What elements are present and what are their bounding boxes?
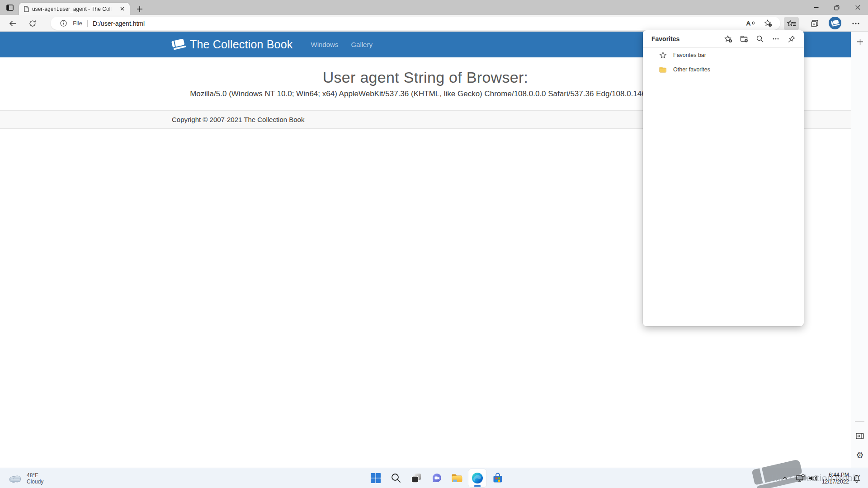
cloud-icon [8, 474, 23, 483]
taskbar-apps [367, 469, 507, 487]
bell-z-icon: z [852, 474, 861, 483]
open-panel-icon [856, 432, 864, 440]
browser-tab[interactable]: user-agent.user_agent - The Coll [19, 3, 130, 15]
folder-icon [659, 66, 667, 73]
new-tab-button[interactable] [134, 4, 145, 14]
site-title: The Collection Book [190, 38, 293, 51]
tab-close-button[interactable] [118, 5, 126, 13]
start-button[interactable] [367, 469, 385, 487]
minimize-icon [814, 5, 819, 10]
taskbar-clock[interactable]: 6:44 PM 12/17/2022 [813, 468, 849, 488]
address-scheme-label: File [73, 20, 82, 27]
hidden-icons-button[interactable] [779, 468, 790, 488]
favorites-bar-item[interactable]: Favorites bar [643, 48, 804, 62]
favorites-icon [787, 20, 796, 28]
page-favicon-icon [24, 6, 29, 12]
restore-button[interactable] [826, 0, 847, 15]
task-view-button[interactable] [407, 469, 425, 487]
nav-link-windows[interactable]: Windows [311, 41, 339, 48]
edge-browser-window: user-agent.user_agent - The Coll [0, 0, 868, 488]
sidebar-open-panel-button[interactable] [855, 431, 865, 441]
svg-text:z: z [859, 474, 860, 478]
window-controls [806, 0, 868, 15]
search-icon [391, 473, 401, 483]
folder-add-icon [740, 35, 748, 42]
favorites-panel-header: Favorites [643, 30, 804, 47]
chat-button[interactable] [428, 469, 446, 487]
back-button[interactable] [6, 16, 20, 30]
gear-icon: ⚙ [856, 450, 863, 460]
info-icon [60, 20, 67, 27]
favorites-panel-title: Favorites [651, 35, 724, 42]
weather-condition: Cloudy [27, 479, 43, 485]
clock-date: 12/17/2022 [813, 479, 849, 485]
minimize-button[interactable] [806, 0, 826, 15]
close-icon [855, 5, 860, 10]
tab-title: user-agent.user_agent - The Coll [32, 6, 118, 12]
network-button[interactable] [795, 468, 806, 488]
store-icon [492, 473, 503, 483]
weather-widget[interactable]: 48°F Cloudy [5, 468, 47, 488]
edge-sidebar: ⚙ [851, 32, 868, 468]
close-window-button[interactable] [847, 0, 868, 15]
plus-icon [857, 38, 863, 45]
windows-start-icon [370, 473, 381, 483]
sidebar-divider [855, 421, 864, 422]
favorites-panel: Favorites Fav [643, 30, 804, 326]
refresh-button[interactable] [25, 16, 39, 30]
panel-add-folder-button[interactable] [740, 35, 748, 43]
read-aloud-icon: A [746, 20, 755, 27]
address-divider [87, 20, 88, 27]
more-menu-button[interactable] [849, 16, 863, 30]
file-explorer-button[interactable] [448, 469, 466, 487]
address-bar[interactable]: File D:/user-agent.html A [51, 17, 780, 30]
pin-icon [788, 35, 795, 42]
read-aloud-button[interactable]: A [745, 18, 757, 29]
other-favorites-label: Other favorites [673, 66, 710, 73]
tab-actions-icon [6, 5, 14, 11]
clock-time: 6:44 PM [813, 472, 849, 479]
taskbar-search-button[interactable] [387, 469, 405, 487]
add-favorite-button[interactable] [762, 18, 774, 29]
close-icon [120, 7, 124, 11]
site-logo-book-icon [172, 39, 185, 50]
chat-icon [431, 473, 443, 483]
titlebar: user-agent.user_agent - The Coll [0, 0, 868, 15]
ellipsis-icon [852, 23, 859, 24]
star-add-icon [724, 35, 732, 43]
plus-icon [137, 6, 143, 12]
restore-icon [834, 5, 840, 10]
task-view-icon [411, 473, 422, 483]
panel-search-favorites-button[interactable] [756, 35, 764, 43]
edge-button[interactable] [468, 469, 486, 487]
favorites-bar-label: Favorites bar [673, 52, 706, 58]
edge-icon [472, 472, 483, 484]
sidebar-add-button[interactable] [855, 37, 865, 47]
weather-temperature: 48°F [27, 472, 43, 479]
store-button[interactable] [489, 469, 507, 487]
favorites-button[interactable] [784, 17, 799, 30]
collections-icon [811, 19, 819, 28]
other-favorites-item[interactable]: Other favorites [643, 62, 804, 77]
chevron-up-icon [782, 477, 788, 480]
panel-add-favorite-button[interactable] [724, 35, 732, 43]
collections-button[interactable] [807, 16, 821, 30]
file-explorer-icon [451, 473, 463, 483]
notification-bell-button[interactable]: z [851, 468, 863, 488]
star-add-icon [764, 19, 772, 27]
svg-text:A: A [746, 20, 750, 27]
sidebar-settings-button[interactable]: ⚙ [855, 450, 865, 460]
search-icon [756, 35, 764, 42]
site-info-button[interactable] [57, 18, 69, 29]
nav-link-gallery[interactable]: Gallery [351, 41, 373, 48]
browser-toolbar: File D:/user-agent.html A [0, 15, 868, 32]
ellipsis-icon [773, 38, 779, 40]
tab-actions-button[interactable] [4, 2, 16, 13]
panel-pin-button[interactable] [788, 35, 796, 43]
profile-book-icon [831, 20, 839, 27]
site-nav: Windows Gallery [311, 41, 373, 48]
profile-avatar-button[interactable] [829, 17, 841, 29]
panel-more-options-button[interactable] [772, 35, 780, 43]
address-url-text: D:/user-agent.html [93, 20, 745, 27]
network-icon [796, 474, 805, 482]
